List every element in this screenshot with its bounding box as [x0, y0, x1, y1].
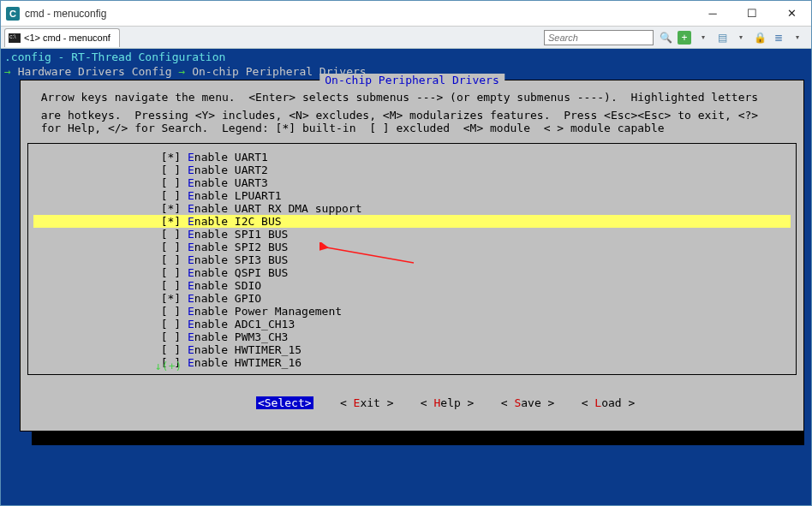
menu-item[interactable]: [ ] Enable UART2 — [33, 164, 791, 176]
arrow-icon: → — [4, 65, 11, 78]
menu-item[interactable]: [ ] Enable SPI3 BUS — [33, 253, 791, 266]
menu-item[interactable]: [ ] Enable PWM3_CH3 — [33, 330, 791, 343]
arrow-icon: → — [179, 65, 186, 78]
menu-item[interactable]: [*] Enable UART1 — [33, 151, 791, 164]
help-line: for Help, </> for Search. Legend: [*] bu… — [27, 122, 797, 134]
menu-item[interactable]: [ ] Enable SDIO — [33, 279, 791, 292]
crumb-1: Hardware Drivers Config — [18, 65, 172, 78]
exit-button[interactable]: < Exit > — [340, 396, 394, 409]
windows-icon[interactable]: ▤ — [715, 31, 729, 45]
app-icon: C — [6, 7, 20, 21]
scroll-down-indicator: ↓(+) — [155, 360, 182, 372]
select-button[interactable]: <Select> — [256, 396, 313, 409]
menu-item[interactable]: [*] Enable I2C BUS — [33, 215, 791, 228]
help-button[interactable]: < Help > — [421, 396, 475, 409]
save-button[interactable]: < Save > — [501, 396, 555, 409]
menu-item[interactable]: [ ] Enable LPUART1 — [33, 189, 791, 202]
terminal-icon — [9, 33, 21, 43]
menu-item[interactable]: [ ] Enable HWTIMER_15 — [33, 343, 791, 356]
tab-label: <1> cmd - menuconf — [24, 33, 110, 43]
titlebar[interactable]: C cmd - menuconfig ─ ☐ ✕ — [1, 1, 811, 27]
close-button[interactable]: ✕ — [772, 1, 811, 26]
menu-item[interactable]: [ ] Enable SPI2 BUS — [33, 241, 791, 253]
windows-dropdown-icon[interactable]: ▾ — [734, 31, 748, 45]
maximize-button[interactable]: ☐ — [732, 1, 772, 26]
new-tab-dropdown-icon[interactable]: ▾ — [696, 31, 710, 45]
menu-item[interactable]: [ ] Enable HWTIMER_16 — [33, 356, 791, 369]
menu-item[interactable]: [ ] Enable UART3 — [33, 176, 791, 189]
list-dropdown-icon[interactable]: ▾ — [791, 31, 804, 45]
menu-list: [*] Enable UART1 [ ] Enable UART2 [ ] En… — [27, 143, 797, 375]
new-tab-button[interactable]: + — [678, 31, 691, 45]
tab-bar: <1> cmd - menuconf 🔍 + ▾ ▤ ▾ 🔒 ≣ ▾ — [1, 27, 811, 49]
app-window: C cmd - menuconfig ─ ☐ ✕ <1> cmd - menuc… — [0, 0, 812, 506]
menu-item[interactable]: [ ] Enable QSPI BUS — [33, 266, 791, 279]
lock-icon[interactable]: 🔒 — [753, 31, 767, 45]
search-icon[interactable]: 🔍 — [659, 31, 672, 45]
minimize-button[interactable]: ─ — [693, 1, 732, 26]
help-line: Arrow keys navigate the menu. <Enter> se… — [27, 91, 797, 104]
terminal-area[interactable]: .config - RT-Thread Configuration → Hard… — [1, 49, 811, 505]
config-title: .config - RT-Thread Configuration — [1, 49, 811, 65]
menu-item[interactable]: [*] Enable GPIO — [33, 292, 791, 305]
list-icon[interactable]: ≣ — [772, 31, 785, 45]
tab-cmd[interactable]: <1> cmd - menuconf — [4, 28, 120, 47]
menu-item[interactable]: [ ] Enable SPI1 BUS — [33, 228, 791, 241]
panel-shadow — [32, 432, 804, 445]
menu-item[interactable]: [ ] Enable Power Management — [33, 305, 791, 318]
menu-item[interactable]: [ ] Enable ADC1_CH13 — [33, 318, 791, 330]
button-row: <Select> < Exit > < Help > < Save > < Lo… — [27, 384, 797, 422]
search-input[interactable] — [544, 30, 654, 45]
panel-title: On-chip Peripheral Drivers — [319, 74, 505, 86]
help-line: are hotkeys. Pressing <Y> includes, <N> … — [27, 109, 797, 122]
menu-item[interactable]: [*] Enable UART RX DMA support — [33, 202, 791, 215]
load-button[interactable]: < Load > — [582, 396, 636, 409]
window-title: cmd - menuconfig — [25, 8, 106, 20]
config-panel: On-chip Peripheral Drivers Arrow keys na… — [20, 80, 804, 432]
